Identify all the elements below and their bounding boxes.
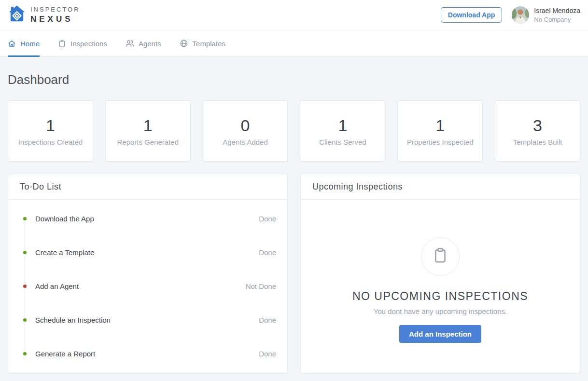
globe-icon [180, 39, 188, 48]
nav-tab-home[interactable]: Home [8, 30, 40, 56]
stat-card-reports-generated: 1 Reports Generated [105, 100, 191, 162]
empty-state-circle [421, 237, 460, 276]
todo-label: Add an Agent [35, 282, 79, 290]
app-header: INSPECTOR NEXUS Download App Israel Mend… [0, 0, 588, 30]
user-menu[interactable]: Israel Mendoza No Company [512, 6, 580, 24]
upcoming-panel-title: Upcoming Inspections [301, 174, 580, 200]
avatar[interactable] [512, 6, 529, 24]
todo-item-create-a-template[interactable]: Create a Template Done [8, 235, 287, 269]
nav-tab-agents[interactable]: Agents [126, 30, 161, 56]
todo-label: Create a Template [35, 248, 94, 257]
user-name: Israel Mendoza [534, 6, 580, 15]
main-nav: Home Inspections Agents [0, 30, 588, 57]
stat-value: 0 [241, 116, 250, 136]
stat-card-clients-served: 1 Clients Served [300, 100, 385, 162]
user-company: No Company [534, 15, 580, 24]
people-icon [126, 39, 134, 48]
todo-status: Done [259, 215, 276, 223]
nav-tab-label: Home [20, 40, 40, 48]
house-diamond-icon [8, 5, 26, 25]
stats-row: 1 Inspections Created 1 Reports Generate… [8, 100, 580, 162]
upcoming-empty-state: NO UPCOMING INSPECTIONS You dont have an… [301, 200, 580, 343]
todo-item-schedule-an-inspection[interactable]: Schedule an Inspection Done [8, 303, 287, 337]
status-dot [23, 318, 27, 322]
brand-name-bottom: NEXUS [30, 14, 80, 24]
nav-tab-label: Agents [139, 40, 161, 48]
todo-status: Not Done [246, 282, 276, 290]
dashboard-page: Dashboard 1 Inspections Created 1 Report… [0, 57, 588, 381]
stat-card-templates-built: 3 Templates Built [495, 100, 580, 162]
todo-status: Done [259, 316, 276, 324]
todo-panel: To-Do List Download the App Done Create … [8, 174, 288, 373]
todo-label: Download the App [35, 215, 94, 223]
todo-list: Download the App Done Create a Template … [8, 200, 287, 370]
upcoming-inspections-panel: Upcoming Inspections NO UPCOMING INSPECT… [300, 174, 580, 373]
add-inspection-button[interactable]: Add an Inspection [399, 325, 481, 343]
todo-panel-title: To-Do List [8, 174, 287, 200]
clipboard-icon [58, 40, 66, 48]
stat-label: Inspections Created [18, 138, 83, 146]
status-dot [23, 352, 27, 355]
todo-status: Done [259, 350, 276, 358]
brand-logo[interactable]: INSPECTOR NEXUS [8, 5, 80, 25]
stat-label: Reports Generated [117, 138, 179, 146]
status-dot [23, 285, 27, 288]
nav-tab-templates[interactable]: Templates [180, 30, 225, 56]
stat-value: 1 [143, 116, 153, 136]
todo-item-generate-a-report[interactable]: Generate a Report Done [8, 337, 287, 370]
status-dot [23, 251, 27, 254]
empty-state-title: NO UPCOMING INSPECTIONS [352, 290, 528, 303]
status-dot [23, 217, 27, 220]
stat-value: 1 [435, 116, 445, 136]
stat-value: 1 [46, 116, 55, 136]
stat-value: 1 [338, 116, 347, 136]
clipboard-icon [433, 247, 448, 266]
nav-tab-label: Inspections [70, 40, 107, 48]
stat-label: Clients Served [319, 138, 366, 146]
empty-state-subtitle: You dont have any upcoming inspections. [374, 307, 507, 315]
todo-item-download-the-app[interactable]: Download the App Done [8, 202, 287, 235]
stat-label: Properties Inspected [407, 138, 474, 146]
stat-card-properties-inspected: 1 Properties Inspected [397, 100, 483, 162]
stat-card-agents-added: 0 Agents Added [203, 100, 288, 162]
stat-value: 3 [533, 116, 542, 136]
page-title: Dashboard [8, 72, 580, 87]
todo-label: Generate a Report [35, 350, 95, 358]
home-icon [8, 40, 16, 48]
stat-label: Templates Built [513, 138, 562, 146]
brand-name-top: INSPECTOR [30, 6, 80, 14]
download-app-button[interactable]: Download App [441, 7, 502, 23]
todo-item-add-an-agent[interactable]: Add an Agent Not Done [8, 269, 287, 303]
stat-card-inspections-created: 1 Inspections Created [8, 100, 93, 162]
todo-status: Done [259, 248, 276, 257]
stat-label: Agents Added [223, 138, 267, 146]
todo-label: Schedule an Inspection [35, 316, 111, 324]
nav-tab-inspections[interactable]: Inspections [58, 30, 107, 56]
nav-tab-label: Templates [193, 40, 225, 48]
